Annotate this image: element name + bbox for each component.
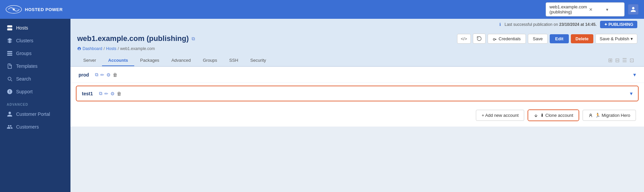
account-prod-expand-button[interactable]: ▾ [633, 71, 636, 78]
page-title-area: web1.example.com (publishing) ⧉ [77, 34, 195, 43]
sidebar-item-groups[interactable]: Groups [0, 47, 70, 60]
domain-chevron-icon[interactable]: ▾ [606, 7, 621, 12]
tab-accounts[interactable]: Accounts [102, 55, 134, 66]
svg-rect-8 [7, 55, 12, 56]
save-button[interactable]: Save [528, 34, 548, 44]
top-nav: HOSTED POWER web1.example.com (publishin… [0, 0, 644, 19]
account-row-test1: test1 ⧉ ✏ ⚙ 🗑 ▾ [77, 86, 638, 101]
main-content: ℹ Last successful publication on 23/10/2… [70, 19, 644, 192]
sidebar-item-hosts[interactable]: Hosts [0, 21, 70, 34]
breadcrumb: Dashboard / Hosts / web1.example.com [77, 46, 637, 51]
action-bar: + Add new account ⬇ Clone account 🏃 Migr… [70, 104, 644, 127]
svg-rect-7 [7, 53, 12, 54]
account-row-prod: prod ⧉ ✏ ⚙ 🗑 ▾ [70, 67, 644, 83]
account-prod-delete-icon[interactable]: 🗑 [113, 72, 117, 78]
toolbar: </> Credentials Save Edit [457, 34, 637, 44]
breadcrumb-hosts[interactable]: Hosts [106, 46, 116, 51]
pub-bar-text: Last successful publication on 23/10/202… [504, 22, 596, 27]
svg-point-11 [79, 48, 80, 49]
sidebar: Hosts Clusters Groups Templates Search S… [0, 19, 70, 192]
view-icons: ⊞ ⊟ ☰ ⊡ [608, 57, 634, 63]
publishing-status-button[interactable]: ✦ PUBLISHING [600, 21, 637, 28]
sidebar-label-search: Search [16, 76, 31, 82]
account-prod-icons: ⧉ ✏ ⚙ 🗑 [95, 72, 117, 78]
sidebar-label-hosts: Hosts [16, 25, 28, 31]
account-row-test1-wrapper: test1 ⧉ ✏ ⚙ 🗑 ▾ [76, 86, 639, 101]
view-icon-2[interactable]: ⊟ [615, 57, 620, 63]
credentials-button[interactable]: Credentials [488, 34, 526, 44]
tabs-row: Server Accounts Packages Advanced Groups… [77, 54, 637, 66]
account-prod-edit-icon[interactable]: ✏ [100, 72, 104, 78]
account-test1-edit-icon[interactable]: ✏ [104, 91, 108, 96]
tabs: Server Accounts Packages Advanced Groups… [77, 55, 272, 66]
account-prod-name: prod [79, 72, 89, 78]
breadcrumb-sep2: / [118, 46, 119, 51]
sidebar-label-templates: Templates [16, 63, 38, 69]
account-test1-name: test1 [82, 91, 93, 96]
copy-icon[interactable]: ⧉ [192, 36, 195, 42]
sidebar-label-clusters: Clusters [16, 38, 33, 43]
view-icon-3[interactable]: ☰ [622, 57, 627, 63]
clone-account-wrapper: ⬇ Clone account [528, 109, 579, 121]
logo-icon [5, 3, 22, 15]
page-header-top: web1.example.com (publishing) ⧉ </> Cred… [77, 34, 637, 44]
info-icon: ℹ [499, 22, 501, 27]
sidebar-label-customer-portal: Customer Portal [16, 111, 50, 117]
tab-security[interactable]: Security [244, 55, 272, 66]
sidebar-item-clusters[interactable]: Clusters [0, 34, 70, 47]
account-prod-settings-icon[interactable]: ⚙ [106, 72, 111, 78]
sidebar-item-customer-portal[interactable]: Customer Portal [0, 108, 70, 121]
domain-selector[interactable]: web1.example.com (publishing) ✕ ▾ [546, 2, 625, 16]
migration-hero-button[interactable]: 🏃 Migration Hero [583, 110, 636, 121]
save-publish-button[interactable]: Save & Publish ▾ [595, 34, 637, 44]
account-test1-icons: ⧉ ✏ ⚙ 🗑 [99, 91, 121, 96]
account-prod-copy-icon[interactable]: ⧉ [95, 72, 98, 78]
svg-point-4 [8, 26, 8, 27]
top-nav-right: web1.example.com (publishing) ✕ ▾ [546, 2, 639, 16]
sidebar-label-support: Support [16, 89, 33, 94]
edit-button[interactable]: Edit [550, 34, 569, 43]
tab-packages[interactable]: Packages [134, 55, 165, 66]
sidebar-item-search[interactable]: Search [0, 73, 70, 85]
publication-bar: ℹ Last successful publication on 23/10/2… [70, 19, 644, 30]
accounts-content: prod ⧉ ✏ ⚙ 🗑 ▾ test1 ⧉ [70, 66, 644, 127]
layout: Hosts Clusters Groups Templates Search S… [0, 19, 644, 192]
user-avatar[interactable] [628, 4, 639, 15]
account-test1-settings-icon[interactable]: ⚙ [110, 91, 115, 96]
brand-name: HOSTED POWER [25, 7, 63, 12]
domain-clear-icon[interactable]: ✕ [589, 7, 604, 12]
svg-point-9 [493, 38, 495, 40]
view-icon-1[interactable]: ⊞ [608, 57, 612, 63]
account-test1-expand-button[interactable]: ▾ [630, 90, 633, 97]
tab-ssh[interactable]: SSH [223, 55, 244, 66]
sidebar-item-customers[interactable]: Customers [0, 121, 70, 133]
account-test1-left: test1 ⧉ ✏ ⚙ 🗑 [82, 91, 121, 96]
svg-rect-6 [7, 51, 12, 52]
svg-point-12 [590, 114, 592, 115]
tab-groups[interactable]: Groups [197, 55, 223, 66]
domain-selector-text: web1.example.com (publishing) [549, 4, 587, 14]
svg-point-1 [13, 8, 15, 11]
clone-account-button[interactable]: ⬇ Clone account [528, 110, 579, 121]
account-test1-delete-icon[interactable]: 🗑 [117, 91, 121, 96]
account-test1-copy-icon[interactable]: ⧉ [99, 91, 102, 96]
svg-point-5 [8, 29, 8, 30]
page-title: web1.example.com (publishing) [77, 34, 189, 43]
sidebar-item-templates[interactable]: Templates [0, 60, 70, 73]
account-prod-left: prod ⧉ ✏ ⚙ 🗑 [79, 72, 117, 78]
add-new-account-button[interactable]: + Add new account [476, 110, 524, 121]
sidebar-label-customers: Customers [16, 124, 39, 130]
brand-logo: HOSTED POWER [5, 3, 63, 15]
breadcrumb-sep1: / [104, 46, 105, 51]
tab-server[interactable]: Server [77, 55, 102, 66]
breadcrumb-dashboard[interactable]: Dashboard [83, 46, 102, 51]
sidebar-label-groups: Groups [16, 51, 32, 56]
page-header: web1.example.com (publishing) ⧉ </> Cred… [70, 30, 644, 66]
code-button[interactable]: </> [457, 34, 471, 44]
history-button[interactable] [473, 34, 486, 44]
view-icon-4[interactable]: ⊡ [630, 57, 634, 63]
sidebar-item-support[interactable]: Support [0, 85, 70, 98]
tab-advanced[interactable]: Advanced [165, 55, 197, 66]
delete-button[interactable]: Delete [571, 34, 593, 43]
breadcrumb-current: web1.example.com [120, 46, 155, 51]
